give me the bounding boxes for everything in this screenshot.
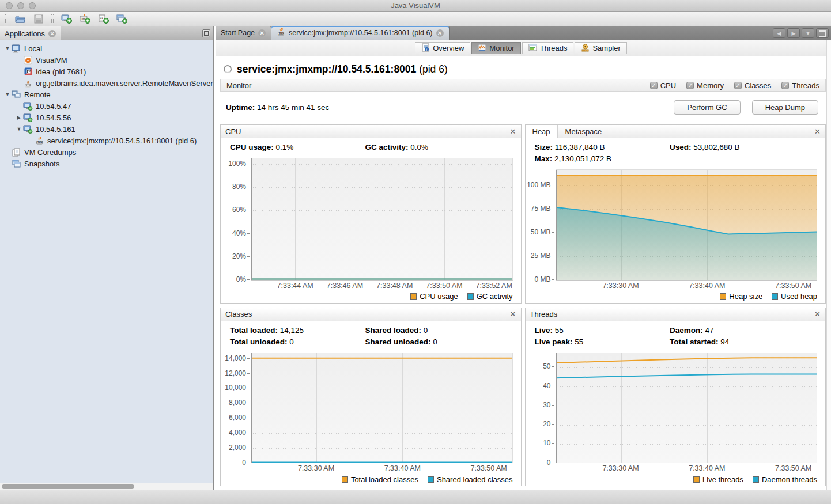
checkbox-cpu[interactable]: ✓CPU — [650, 81, 676, 90]
checkbox-threads[interactable]: ✓Threads — [781, 81, 819, 90]
scroll-tabs-right-button[interactable]: ▶ — [787, 28, 800, 38]
tree-item[interactable]: ▼Local — [0, 43, 213, 54]
add-snapshot-button[interactable] — [114, 13, 129, 25]
y-axis-tick-label: 20 — [543, 420, 550, 428]
tree-item[interactable]: JMXservice:jmx:jmxmp://10.54.5.161:8001 … — [0, 135, 213, 146]
legend-label: Used heap — [781, 292, 817, 301]
scrollbar-thumb[interactable] — [2, 484, 134, 489]
jmx-icon: JMX — [277, 28, 285, 38]
legend-swatch-icon — [428, 476, 434, 483]
tab-start-page[interactable]: Start Page ✕ — [216, 26, 271, 40]
checked-checkbox-icon: ✓ — [734, 82, 742, 89]
subtab-label: Monitor — [489, 44, 514, 52]
x-axis-tick-label: 7:33:30 AM — [602, 282, 639, 290]
legend-swatch-icon — [720, 293, 726, 300]
x-axis-tick-label: 7:33:50 AM — [426, 282, 462, 290]
legend-swatch-icon — [410, 293, 417, 300]
classes-stats: Total loaded: 14,125Shared loaded: 0Tota… — [221, 321, 521, 351]
window-title: Java VisualVM — [0, 1, 831, 10]
x-axis-tick-label: 7:33:50 AM — [775, 282, 811, 290]
x-axis-tick-label: 7:33:50 AM — [775, 464, 811, 472]
main-content: iOverviewMonitorThreadsSampler service:j… — [216, 40, 831, 490]
visualvm-icon — [23, 55, 33, 65]
cpu-legend: CPU usageGC activity — [221, 290, 513, 303]
x-axis-tick-label: 7:33:30 AM — [602, 464, 639, 472]
classes-panel-header: Classes ✕ — [221, 308, 521, 321]
heap-dump-button[interactable]: Heap Dump — [752, 100, 818, 115]
tab-metaspace[interactable]: Metaspace — [558, 125, 610, 138]
expander-icon[interactable]: ▼ — [15, 126, 23, 132]
add-jmx-connection-button[interactable]: JMX — [77, 13, 92, 25]
minimize-sidebar-button[interactable] — [202, 29, 210, 37]
expander-icon[interactable]: ▼ — [3, 46, 12, 51]
load-snapshot-button[interactable] — [13, 13, 28, 25]
sidebar-horizontal-scrollbar[interactable] — [0, 483, 213, 490]
tree-item-label: service:jmx:jmxmp://10.54.5.161:8001 (pi… — [47, 137, 197, 145]
close-icon[interactable]: ✕ — [814, 127, 825, 136]
close-icon[interactable]: ✕ — [510, 310, 516, 319]
x-axis-tick-label: 7:33:40 AM — [689, 464, 725, 472]
expander-icon[interactable]: ▶ — [15, 115, 23, 120]
classes-panel-title: Classes — [225, 310, 252, 319]
checkbox-classes[interactable]: ✓Classes — [734, 81, 771, 90]
y-axis-tick-label: 100% — [228, 160, 246, 168]
stat-value: Used: 53,802,680 B — [670, 143, 816, 151]
stat-value: GC activity: 0.0% — [365, 143, 511, 151]
close-icon[interactable]: ✕ — [48, 30, 56, 37]
uptime-label: Uptime: — [226, 103, 255, 112]
tab-jmx-session[interactable]: JMX service:jmx:jmxmp://10.54.5.161:8001… — [271, 26, 449, 40]
x-axis-tick-label: 7:33:44 AM — [277, 282, 313, 290]
subtab-label: Sampler — [592, 44, 620, 52]
add-remote-host-button[interactable] — [59, 13, 74, 25]
y-axis-tick-label: 50 MB — [531, 228, 551, 236]
close-icon[interactable]: ✕ — [510, 127, 516, 136]
y-axis-tick-label: 40% — [232, 229, 246, 237]
tree-item[interactable]: Snapshots — [0, 158, 213, 169]
maximize-view-button[interactable] — [816, 28, 829, 38]
cpu-panel-title: CPU — [225, 127, 241, 136]
svg-text:JMX: JMX — [279, 32, 284, 35]
stat-value: Size: 116,387,840 B — [535, 143, 670, 151]
tree-item[interactable]: VisualVM — [0, 54, 213, 66]
x-axis-tick-label: 7:33:40 AM — [689, 282, 725, 290]
subtab-overview[interactable]: iOverview — [415, 42, 470, 54]
tree-item-label: Snapshots — [24, 160, 59, 168]
save-snapshot-button[interactable] — [31, 13, 46, 25]
subtab-threads[interactable]: Threads — [522, 42, 574, 54]
content-vertical-scrollbar[interactable] — [826, 40, 831, 490]
tab-list-dropdown-button[interactable]: ▼ — [802, 28, 814, 38]
y-axis-tick-label: 60% — [232, 206, 246, 214]
subtab-monitor[interactable]: Monitor — [471, 42, 520, 54]
checkbox-memory[interactable]: ✓Memory — [686, 81, 724, 90]
scroll-tabs-left-button[interactable]: ◀ — [773, 28, 785, 38]
close-icon[interactable]: ✕ — [814, 310, 821, 319]
legend-item: Daemon threads — [753, 475, 817, 484]
add-vm-coredump-button[interactable]: 01 — [96, 13, 111, 25]
tree-item[interactable]: VM Coredumps — [0, 146, 213, 158]
classes-panel: Classes ✕ Total loaded: 14,125Shared loa… — [220, 308, 522, 487]
tree-item[interactable]: 10.54.5.47 — [0, 100, 213, 112]
page-title: service:jmx:jmxmp://10.54.5.161:8001 (pi… — [237, 63, 448, 75]
tree-item[interactable]: ▼10.54.5.161 — [0, 123, 213, 135]
close-icon[interactable]: ✕ — [258, 29, 266, 37]
session-status-spinner-icon — [224, 65, 232, 73]
perform-gc-button[interactable]: Perform GC — [674, 100, 740, 115]
y-axis-tick-label: 100 MB — [527, 181, 550, 189]
tree-item[interactable]: Idea (pid 7681) — [0, 66, 213, 77]
subtab-sampler[interactable]: Sampler — [575, 42, 626, 54]
tree-item[interactable]: ▶10.54.5.56 — [0, 112, 213, 123]
tree-item-label: 10.54.5.47 — [36, 102, 71, 111]
stat-value: Shared loaded: 0 — [365, 326, 511, 335]
coredumps-icon — [12, 147, 21, 157]
applications-tab[interactable]: Applications ✕ — [0, 26, 61, 40]
applications-tab-label: Applications — [5, 29, 45, 38]
tab-heap[interactable]: Heap — [526, 125, 558, 138]
tree-item-label: 10.54.5.161 — [36, 125, 75, 134]
cpu-panel: CPU ✕ CPU usage: 0.1%GC activity: 0.0% 1… — [220, 124, 522, 304]
close-icon[interactable]: ✕ — [436, 29, 444, 37]
tree-item[interactable]: ▼Remote — [0, 89, 213, 100]
tree-item[interactable]: org.jetbrains.idea.maven.server.RemoteMa… — [0, 77, 213, 89]
cpu-chart — [251, 158, 513, 281]
y-axis-tick-label: 0% — [236, 275, 246, 283]
expander-icon[interactable]: ▼ — [3, 92, 12, 97]
